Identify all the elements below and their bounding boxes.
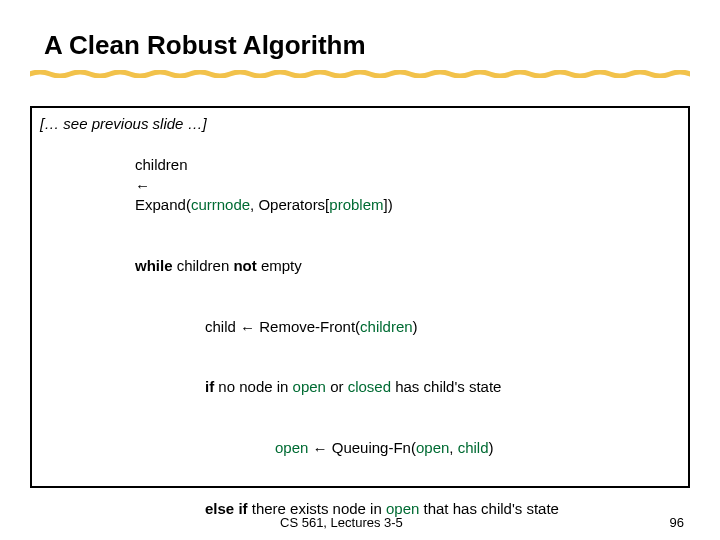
arg: open — [416, 439, 449, 456]
code-line: while children not empty — [40, 236, 680, 297]
arg: closed — [348, 378, 391, 395]
text: or — [326, 378, 348, 395]
title-underline — [30, 70, 690, 78]
text: empty — [257, 257, 302, 274]
text: Expand( — [135, 196, 191, 213]
arg: problem — [329, 196, 383, 213]
text: children — [173, 257, 234, 274]
text: children — [135, 156, 188, 173]
code-line: child ← Remove-Front(children) — [40, 296, 680, 357]
text: Remove-Front( — [255, 318, 360, 335]
text: child — [205, 318, 240, 335]
algorithm-box: [… see previous slide …] children ← Expa… — [30, 106, 690, 488]
code-line: [… see previous slide …] — [40, 114, 680, 134]
arg: child — [458, 439, 489, 456]
arrow-icon: ← — [240, 318, 255, 338]
text: Queuing-Fn( — [332, 439, 416, 456]
arg: currnode — [191, 196, 250, 213]
text: , — [449, 439, 457, 456]
text: has child's state — [391, 378, 501, 395]
keyword: not — [233, 257, 256, 274]
arrow-icon: ← — [308, 439, 331, 459]
code-line: else if there exists node in open that h… — [40, 479, 680, 540]
text: no node in — [214, 378, 292, 395]
slide-title: A Clean Robust Algorithm — [44, 30, 366, 61]
keyword: if — [205, 378, 214, 395]
arrow-icon: ← — [135, 176, 150, 196]
text: ) — [413, 318, 418, 335]
footer-page-number: 96 — [670, 515, 684, 530]
text: that has child's state — [419, 500, 559, 517]
code-line: children ← Expand(currnode, Operators[pr… — [40, 134, 680, 235]
arg: open — [293, 378, 326, 395]
code-line: if no node in open or closed has child's… — [40, 357, 680, 418]
code-line: open ← Queuing-Fn(open, child) — [40, 418, 680, 479]
arg: children — [360, 318, 413, 335]
keyword: while — [135, 257, 173, 274]
text: ) — [489, 439, 494, 456]
keyword: else if — [205, 500, 248, 517]
footer-course: CS 561, Lectures 3-5 — [280, 515, 403, 530]
arg: open — [275, 439, 308, 456]
text: , Operators[ — [250, 196, 329, 213]
text: ]) — [384, 196, 393, 213]
slide: A Clean Robust Algorithm [… see previous… — [0, 0, 720, 540]
